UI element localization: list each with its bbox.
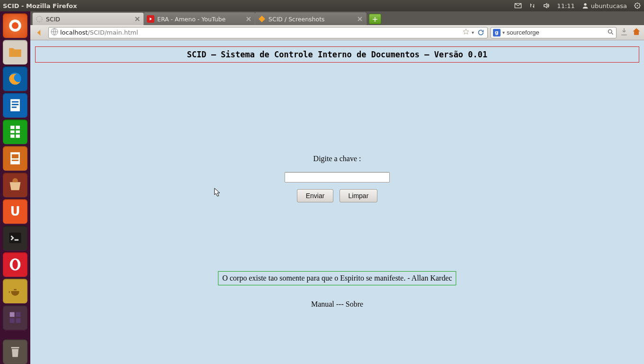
reload-button[interactable] [476, 28, 485, 37]
navigation-toolbar: localhost/SCID/main.html ▾ g ▾ [30, 25, 644, 40]
url-dropdown-icon[interactable]: ▾ [472, 30, 474, 35]
launcher-teapot[interactable] [3, 279, 27, 303]
launcher-software[interactable] [3, 173, 27, 197]
launcher-trash[interactable] [3, 339, 27, 364]
svg-point-25 [608, 29, 612, 33]
user-menu[interactable]: ubuntucasa [581, 2, 627, 9]
search-dropdown-icon[interactable]: ▾ [502, 30, 505, 35]
svg-point-22 [36, 16, 42, 22]
launcher-opera[interactable] [3, 252, 27, 277]
clock[interactable]: 11:11 [557, 2, 574, 9]
url-path: /SCID/main.html [88, 29, 138, 36]
svg-point-0 [584, 3, 586, 6]
svg-rect-7 [12, 101, 18, 103]
bookmark-star-icon[interactable] [462, 28, 470, 37]
search-bar[interactable]: g ▾ [491, 27, 617, 38]
system-menubar: SCID - Mozilla Firefox 11:11 ubuntucasa [0, 0, 644, 11]
search-engine-icon[interactable]: g [493, 29, 501, 36]
launcher-dash[interactable] [3, 13, 27, 38]
manual-link[interactable]: Manual [311, 300, 334, 308]
form-buttons: Enviar Limpar [30, 189, 644, 202]
tab-label: SCID [46, 16, 134, 23]
quote-box: O corpo existe tao somente para que o Es… [218, 271, 456, 285]
key-prompt-label: Digite a chave : [30, 155, 644, 163]
about-link[interactable]: Sobre [346, 300, 363, 308]
launcher-terminal[interactable] [3, 226, 27, 250]
launcher-workspace[interactable] [3, 305, 27, 330]
home-button[interactable] [632, 27, 641, 38]
user-name: ubuntucasa [591, 2, 627, 9]
tab-youtube[interactable]: ERA - Ameno - YouTube [143, 12, 255, 25]
launcher-calc[interactable] [3, 119, 27, 144]
footer-links: Manual --- Sobre [30, 300, 644, 309]
tab-scid[interactable]: SCID [32, 12, 144, 25]
firefox-window: SCID ERA - Ameno - YouTube SCID / Screen… [30, 11, 644, 364]
svg-rect-14 [9, 233, 21, 244]
svg-rect-13 [12, 160, 18, 161]
launcher-ubuntu-one[interactable]: U [3, 199, 27, 224]
svg-rect-18 [16, 312, 20, 317]
favicon-sourceforge-icon [258, 15, 266, 23]
url-host: localhost [60, 29, 88, 36]
launcher-writer[interactable] [3, 93, 27, 118]
downloads-button[interactable] [619, 27, 629, 38]
url-bar[interactable]: localhost/SCID/main.html ▾ [48, 27, 488, 38]
search-input[interactable] [507, 29, 605, 36]
tab-label: ERA - Ameno - YouTube [157, 16, 245, 23]
window-title: SCID - Mozilla Firefox [3, 2, 77, 9]
svg-rect-19 [10, 318, 15, 323]
search-go-icon[interactable] [607, 28, 614, 37]
network-icon[interactable] [528, 2, 536, 9]
unity-launcher: U [0, 11, 30, 364]
tab-sourceforge[interactable]: SCID / Screenshots [255, 12, 367, 25]
tab-label: SCID / Screenshots [268, 16, 357, 23]
page-content: SCID — Sistema de Controle Interno de Do… [30, 40, 644, 364]
svg-rect-20 [16, 318, 20, 323]
submit-button[interactable]: Enviar [297, 189, 334, 202]
favicon-generic-icon [36, 15, 43, 23]
session-icon[interactable] [634, 2, 641, 9]
close-icon[interactable] [357, 16, 363, 22]
svg-rect-17 [10, 312, 15, 317]
tab-bar: SCID ERA - Ameno - YouTube SCID / Screen… [30, 11, 644, 25]
svg-point-2 [637, 5, 638, 7]
svg-point-4 [12, 22, 18, 29]
new-tab-button[interactable]: + [369, 14, 381, 24]
mail-icon[interactable] [514, 2, 522, 9]
page-banner: SCID — Sistema de Controle Interno de Do… [35, 46, 639, 63]
back-button[interactable] [33, 27, 45, 39]
svg-rect-12 [12, 155, 18, 159]
launcher-impress[interactable] [3, 146, 27, 171]
close-icon[interactable] [134, 16, 141, 22]
site-identity-icon[interactable] [51, 28, 58, 37]
svg-rect-9 [12, 107, 17, 108]
favicon-youtube-icon [147, 15, 154, 23]
reset-button[interactable]: Limpar [340, 189, 378, 202]
launcher-firefox[interactable] [3, 66, 27, 91]
close-icon[interactable] [245, 16, 252, 22]
sound-icon[interactable] [543, 2, 550, 9]
launcher-files[interactable] [3, 40, 27, 64]
key-input[interactable] [285, 172, 390, 182]
svg-rect-21 [11, 347, 19, 348]
svg-rect-8 [12, 104, 18, 105]
svg-point-16 [12, 260, 18, 269]
